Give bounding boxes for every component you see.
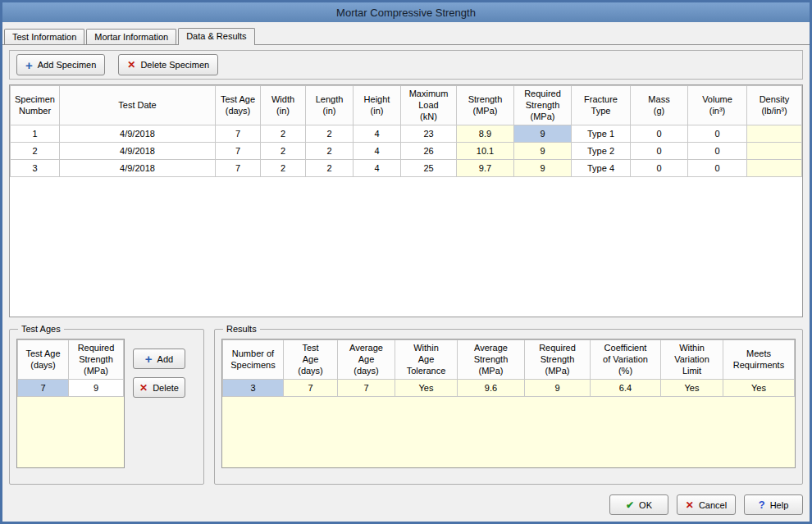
table-cell[interactable]: 4 <box>354 160 401 177</box>
table-cell[interactable]: 4/9/2018 <box>60 143 216 160</box>
add-test-age-label: Add <box>157 354 174 364</box>
table-cell[interactable]: 2 <box>11 143 60 160</box>
titlebar: Mortar Compressive Strength <box>2 2 810 22</box>
table-cell[interactable]: 2 <box>306 160 354 177</box>
table-cell[interactable]: 7 <box>216 160 261 177</box>
column-header: Average Strength (MPa) <box>458 340 525 380</box>
table-cell[interactable]: 23 <box>401 125 457 143</box>
window-title: Mortar Compressive Strength <box>336 7 476 19</box>
table-cell[interactable]: 10.1 <box>457 143 514 160</box>
table-cell[interactable]: 9 <box>69 380 124 397</box>
table-cell[interactable]: 7 <box>216 143 261 160</box>
table-cell[interactable]: 2 <box>306 143 354 160</box>
add-test-age-button[interactable]: + Add <box>133 349 185 369</box>
table-cell[interactable]: 2 <box>306 125 354 143</box>
table-cell[interactable]: 9.6 <box>458 380 525 397</box>
column-header: Test Age (days) <box>216 86 261 125</box>
column-header: Coefficient of Variation (%) <box>591 340 661 380</box>
column-header: Number of Specimens <box>223 340 284 380</box>
column-header: Width (in) <box>261 86 306 125</box>
table-cell[interactable]: 9 <box>514 125 572 143</box>
results-group: Results Number of SpecimensTest Age (day… <box>214 324 803 485</box>
delete-specimen-button[interactable]: ✕ Delete Specimen <box>118 54 218 75</box>
column-header: Height (in) <box>354 86 401 125</box>
table-row: 24/9/201872242610.19Type 200 <box>11 143 802 160</box>
table-cell[interactable]: 2 <box>261 160 306 177</box>
help-button[interactable]: ? Help <box>744 494 803 515</box>
table-cell[interactable]: 9 <box>514 143 572 160</box>
cancel-button[interactable]: ✕ Cancel <box>677 494 736 515</box>
column-header: Required Strength (MPa) <box>514 86 572 125</box>
ok-button[interactable]: ✔ OK <box>609 494 668 515</box>
table-cell[interactable]: 0 <box>688 143 747 160</box>
table-cell[interactable]: 25 <box>401 160 457 177</box>
column-header: Within Variation Limit <box>661 340 723 380</box>
cancel-label: Cancel <box>699 500 727 510</box>
table-cell[interactable]: Type 2 <box>572 143 631 160</box>
table-cell[interactable]: Yes <box>661 380 723 397</box>
table-cell[interactable]: 26 <box>401 143 457 160</box>
column-header: Test Age (days) <box>284 340 338 380</box>
column-header: Density (lb/in³) <box>747 86 802 125</box>
table-cell[interactable]: 0 <box>688 160 747 177</box>
table-cell[interactable]: 2 <box>261 125 306 143</box>
test-ages-header-row: Test Age (days)Required Strength (MPa) <box>18 340 124 380</box>
tab-content: + Add Specimen ✕ Delete Specimen Specime… <box>2 45 810 522</box>
column-header: Required Strength (MPa) <box>525 340 591 380</box>
table-cell[interactable]: 0 <box>688 125 747 143</box>
table-cell[interactable]: 7 <box>284 380 338 397</box>
table-cell[interactable]: 4/9/2018 <box>60 160 216 177</box>
test-ages-buttons: + Add ✕ Delete <box>133 339 185 477</box>
table-cell[interactable]: 4/9/2018 <box>60 125 216 143</box>
column-header: Test Age (days) <box>18 340 69 380</box>
table-cell[interactable]: 6.4 <box>591 380 661 397</box>
column-header: Required Strength (MPa) <box>69 340 124 380</box>
table-cell[interactable]: 9 <box>525 380 591 397</box>
table-cell[interactable] <box>747 143 802 160</box>
delete-icon: ✕ <box>139 383 148 393</box>
table-cell[interactable]: 3 <box>11 160 60 177</box>
delete-test-age-label: Delete <box>153 383 179 393</box>
table-cell[interactable]: 0 <box>631 125 688 143</box>
column-header: Average Age (days) <box>338 340 395 380</box>
table-cell[interactable]: 9.7 <box>457 160 514 177</box>
specimen-toolbar: + Add Specimen ✕ Delete Specimen <box>9 50 803 80</box>
test-ages-grid: Test Age (days)Required Strength (MPa) 7… <box>16 339 125 468</box>
table-cell[interactable]: Type 1 <box>572 125 631 143</box>
table-cell[interactable]: Yes <box>395 380 458 397</box>
delete-test-age-button[interactable]: ✕ Delete <box>133 377 185 398</box>
table-cell[interactable]: 9 <box>514 160 572 177</box>
column-header: Mass (g) <box>631 86 688 125</box>
table-cell[interactable]: 7 <box>216 125 261 143</box>
bottom-panels: Test Ages Test Age (days)Required Streng… <box>9 324 803 485</box>
table-cell[interactable] <box>747 160 802 177</box>
table-cell[interactable]: 0 <box>631 160 688 177</box>
table-cell[interactable]: 4 <box>354 125 401 143</box>
table-cell[interactable]: 1 <box>11 125 60 143</box>
tab-test-information[interactable]: Test Information <box>4 29 84 44</box>
table-cell[interactable]: 2 <box>261 143 306 160</box>
tab-data-results[interactable]: Data & Results <box>178 28 254 45</box>
tab-mortar-information[interactable]: Mortar Information <box>86 29 176 44</box>
table-cell[interactable]: Type 4 <box>572 160 631 177</box>
delete-icon: ✕ <box>127 60 135 70</box>
results-grid: Number of SpecimensTest Age (days)Averag… <box>221 339 796 468</box>
column-header: Specimen Number <box>11 86 60 125</box>
table-row: 79 <box>18 380 124 397</box>
footer: ✔ OK ✕ Cancel ? Help <box>9 488 803 515</box>
add-specimen-button[interactable]: + Add Specimen <box>16 54 105 75</box>
table-cell[interactable] <box>747 125 802 143</box>
plus-icon: + <box>145 353 153 365</box>
column-header: Maximum Load (kN) <box>401 86 457 125</box>
table-cell[interactable]: 4 <box>354 143 401 160</box>
test-ages-title: Test Ages <box>18 324 64 334</box>
table-cell[interactable]: 7 <box>18 380 69 397</box>
table-cell[interactable]: 0 <box>631 143 688 160</box>
delete-specimen-label: Delete Specimen <box>140 60 209 70</box>
table-cell[interactable]: 7 <box>338 380 395 397</box>
test-ages-table: Test Age (days)Required Strength (MPa) 7… <box>17 339 124 397</box>
table-cell[interactable]: 3 <box>223 380 284 397</box>
column-header: Fracture Type <box>572 86 631 125</box>
table-cell[interactable]: 8.9 <box>457 125 514 143</box>
table-cell[interactable]: Yes <box>723 380 795 397</box>
